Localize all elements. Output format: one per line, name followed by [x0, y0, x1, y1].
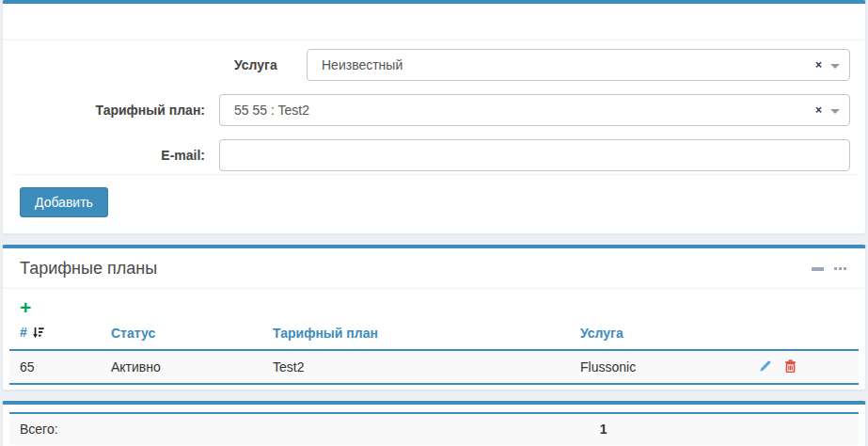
sort-by-plan-link[interactable]: Тарифный план	[273, 326, 378, 341]
email-label: E-mail:	[20, 148, 219, 163]
cell-status: Активно	[101, 350, 262, 384]
totals-value: 1	[590, 413, 859, 445]
delete-icon[interactable]	[784, 359, 797, 375]
plan-field-row: Тарифный план: 55 55 : Test2 ×	[20, 94, 850, 126]
plan-label: Тарифный план:	[20, 103, 219, 118]
header-service: Услуга	[570, 318, 749, 350]
plans-panel-body: + # Статус Тарифный план Услуга	[3, 289, 865, 390]
form-panel-header	[3, 4, 865, 40]
service-field-row: Услуга Неизвестный ×	[234, 49, 850, 81]
totals-panel: Всего: 1	[2, 401, 866, 446]
header-status: Статус	[101, 318, 262, 350]
cell-actions	[749, 350, 859, 384]
email-field[interactable]	[219, 139, 850, 171]
plans-panel: Тарифные планы + # Статус	[2, 245, 866, 390]
form-panel-body: Услуга Неизвестный × Тарифный план: 55 5…	[3, 40, 865, 233]
email-field-row: E-mail:	[20, 139, 850, 171]
table-row: 65 Активно Test2 Flussonic	[9, 350, 859, 384]
clear-icon[interactable]: ×	[815, 104, 822, 116]
form-divider	[12, 174, 858, 175]
plan-select[interactable]: 55 55 : Test2 ×	[219, 94, 850, 126]
edit-icon[interactable]	[759, 359, 772, 375]
cell-id: 65	[9, 350, 101, 384]
header-id: #	[9, 318, 101, 350]
totals-table: Всего: 1	[9, 412, 859, 445]
totals-panel-body: Всего: 1	[3, 405, 865, 446]
service-label: Услуга	[234, 57, 307, 72]
totals-label: Всего:	[9, 413, 590, 445]
minus-icon	[812, 267, 824, 271]
plans-panel-header: Тарифные планы	[3, 248, 865, 289]
add-plan-button[interactable]: +	[20, 298, 31, 317]
page: Услуга Неизвестный × Тарифный план: 55 5…	[0, 0, 868, 446]
add-button[interactable]: Добавить	[20, 187, 108, 217]
header-actions	[749, 318, 859, 350]
table-header-row: # Статус Тарифный план Услуга	[9, 318, 859, 350]
panel-tools	[812, 263, 848, 276]
ellipsis-icon	[834, 267, 846, 270]
service-select-value: Неизвестный	[322, 57, 815, 72]
service-select[interactable]: Неизвестный ×	[307, 49, 850, 81]
cell-service: Flussonic	[570, 350, 749, 384]
clear-icon[interactable]: ×	[815, 59, 822, 71]
plans-table: # Статус Тарифный план Услуга 65 Активно…	[9, 318, 859, 385]
add-form-panel: Услуга Неизвестный × Тарифный план: 55 5…	[2, 0, 866, 234]
sort-amount-icon[interactable]	[32, 327, 44, 342]
chevron-down-icon[interactable]	[830, 64, 840, 69]
sort-by-status-link[interactable]: Статус	[111, 326, 155, 341]
panel-title: Тарифные планы	[20, 259, 812, 279]
sort-by-id-link[interactable]: #	[20, 325, 27, 340]
sort-by-service-link[interactable]: Услуга	[580, 326, 623, 341]
collapse-button[interactable]	[812, 263, 824, 276]
options-button[interactable]	[834, 263, 846, 276]
plan-select-value: 55 55 : Test2	[234, 103, 815, 118]
chevron-down-icon[interactable]	[830, 109, 840, 114]
cell-plan: Test2	[262, 350, 570, 384]
totals-row: Всего: 1	[9, 413, 859, 445]
header-plan: Тарифный план	[262, 318, 570, 350]
